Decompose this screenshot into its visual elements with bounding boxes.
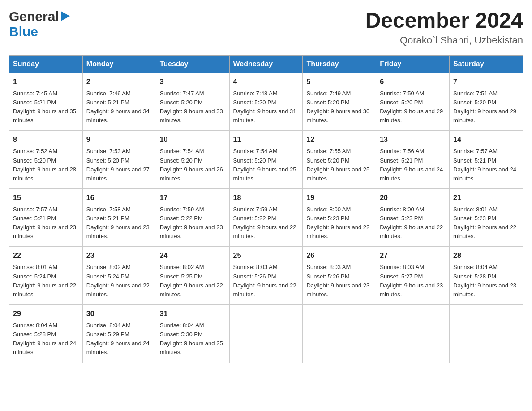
- calendar-cell: 30Sunrise: 8:04 AMSunset: 5:29 PMDayligh…: [82, 305, 156, 363]
- day-number: 22: [13, 250, 79, 261]
- calendar-cell: 11Sunrise: 7:54 AMSunset: 5:20 PMDayligh…: [229, 131, 303, 189]
- calendar-body: 1Sunrise: 7:45 AMSunset: 5:21 PMDaylight…: [9, 73, 523, 363]
- location-title: Qorako`l Shahri, Uzbekistan: [365, 34, 523, 46]
- page-header: General Blue December 2024 Qorako`l Shah…: [9, 9, 523, 46]
- calendar-header-row: Sunday Monday Tuesday Wednesday Thursday…: [9, 55, 523, 73]
- day-info: Sunrise: 7:48 AMSunset: 5:20 PMDaylight:…: [233, 89, 299, 125]
- day-info: Sunrise: 7:51 AMSunset: 5:20 PMDaylight:…: [453, 89, 519, 125]
- day-number: 1: [13, 77, 79, 87]
- calendar-cell: 19Sunrise: 8:00 AMSunset: 5:23 PMDayligh…: [303, 188, 376, 247]
- day-number: 13: [380, 134, 446, 145]
- calendar-table: Sunday Monday Tuesday Wednesday Thursday…: [9, 55, 523, 363]
- calendar-cell: [450, 305, 523, 363]
- day-number: 3: [160, 77, 226, 87]
- day-number: 14: [453, 134, 519, 145]
- day-info: Sunrise: 8:04 AMSunset: 5:28 PMDaylight:…: [453, 263, 519, 299]
- logo: General Blue: [9, 9, 70, 39]
- day-number: 21: [453, 193, 519, 203]
- calendar-cell: 21Sunrise: 8:01 AMSunset: 5:23 PMDayligh…: [450, 188, 523, 247]
- day-number: 9: [86, 134, 152, 145]
- calendar-cell: 9Sunrise: 7:53 AMSunset: 5:20 PMDaylight…: [82, 131, 156, 189]
- calendar-week-row: 15Sunrise: 7:57 AMSunset: 5:21 PMDayligh…: [9, 188, 523, 247]
- day-number: 5: [306, 77, 372, 87]
- day-info: Sunrise: 7:57 AMSunset: 5:21 PMDaylight:…: [13, 205, 79, 241]
- day-number: 11: [233, 134, 299, 145]
- day-number: 18: [233, 193, 299, 203]
- calendar-cell: 5Sunrise: 7:49 AMSunset: 5:20 PMDaylight…: [303, 73, 376, 131]
- day-info: Sunrise: 7:53 AMSunset: 5:20 PMDaylight:…: [86, 147, 152, 183]
- day-info: Sunrise: 7:50 AMSunset: 5:20 PMDaylight:…: [380, 89, 446, 125]
- title-section: December 2024 Qorako`l Shahri, Uzbekista…: [365, 9, 523, 46]
- day-number: 25: [233, 250, 299, 261]
- calendar-cell: 24Sunrise: 8:02 AMSunset: 5:25 PMDayligh…: [156, 247, 229, 305]
- calendar-cell: 15Sunrise: 7:57 AMSunset: 5:21 PMDayligh…: [9, 188, 83, 247]
- header-saturday: Saturday: [450, 55, 523, 73]
- calendar-cell: 29Sunrise: 8:04 AMSunset: 5:28 PMDayligh…: [9, 305, 83, 363]
- calendar-cell: 8Sunrise: 7:52 AMSunset: 5:20 PMDaylight…: [9, 131, 83, 189]
- calendar-week-row: 8Sunrise: 7:52 AMSunset: 5:20 PMDaylight…: [9, 131, 523, 189]
- calendar-cell: 1Sunrise: 7:45 AMSunset: 5:21 PMDaylight…: [9, 73, 83, 131]
- calendar-cell: 13Sunrise: 7:56 AMSunset: 5:21 PMDayligh…: [376, 131, 450, 189]
- day-info: Sunrise: 7:59 AMSunset: 5:22 PMDaylight:…: [233, 205, 299, 241]
- day-info: Sunrise: 8:02 AMSunset: 5:25 PMDaylight:…: [160, 263, 226, 299]
- day-info: Sunrise: 7:45 AMSunset: 5:21 PMDaylight:…: [13, 89, 79, 125]
- calendar-week-row: 22Sunrise: 8:01 AMSunset: 5:24 PMDayligh…: [9, 247, 523, 305]
- calendar-cell: 6Sunrise: 7:50 AMSunset: 5:20 PMDaylight…: [376, 73, 450, 131]
- day-info: Sunrise: 8:01 AMSunset: 5:23 PMDaylight:…: [453, 205, 519, 241]
- day-number: 10: [160, 134, 226, 145]
- day-number: 19: [306, 193, 372, 203]
- header-tuesday: Tuesday: [156, 55, 229, 73]
- calendar-cell: 4Sunrise: 7:48 AMSunset: 5:20 PMDaylight…: [229, 73, 303, 131]
- day-number: 4: [233, 77, 299, 87]
- day-number: 12: [306, 134, 372, 145]
- calendar-cell: 31Sunrise: 8:04 AMSunset: 5:30 PMDayligh…: [156, 305, 229, 363]
- header-sunday: Sunday: [9, 55, 83, 73]
- day-info: Sunrise: 8:04 AMSunset: 5:30 PMDaylight:…: [160, 321, 226, 357]
- calendar-week-row: 1Sunrise: 7:45 AMSunset: 5:21 PMDaylight…: [9, 73, 523, 131]
- day-info: Sunrise: 8:00 AMSunset: 5:23 PMDaylight:…: [380, 205, 446, 241]
- calendar-cell: 20Sunrise: 8:00 AMSunset: 5:23 PMDayligh…: [376, 188, 450, 247]
- day-info: Sunrise: 7:54 AMSunset: 5:20 PMDaylight:…: [233, 147, 299, 183]
- day-info: Sunrise: 8:03 AMSunset: 5:27 PMDaylight:…: [380, 263, 446, 299]
- header-wednesday: Wednesday: [229, 55, 303, 73]
- day-number: 26: [306, 250, 372, 261]
- header-thursday: Thursday: [303, 55, 376, 73]
- calendar-cell: 22Sunrise: 8:01 AMSunset: 5:24 PMDayligh…: [9, 247, 83, 305]
- day-number: 30: [86, 308, 152, 319]
- calendar-cell: 26Sunrise: 8:03 AMSunset: 5:26 PMDayligh…: [303, 247, 376, 305]
- day-number: 17: [160, 193, 226, 203]
- day-info: Sunrise: 8:04 AMSunset: 5:28 PMDaylight:…: [13, 321, 79, 357]
- day-info: Sunrise: 7:54 AMSunset: 5:20 PMDaylight:…: [160, 147, 226, 183]
- logo-blue-text: Blue: [9, 24, 38, 39]
- day-info: Sunrise: 7:52 AMSunset: 5:20 PMDaylight:…: [13, 147, 79, 183]
- calendar-cell: 12Sunrise: 7:55 AMSunset: 5:20 PMDayligh…: [303, 131, 376, 189]
- calendar-cell: 27Sunrise: 8:03 AMSunset: 5:27 PMDayligh…: [376, 247, 450, 305]
- day-number: 7: [453, 77, 519, 87]
- day-number: 2: [86, 77, 152, 87]
- day-info: Sunrise: 7:46 AMSunset: 5:21 PMDaylight:…: [86, 89, 152, 125]
- calendar-cell: 18Sunrise: 7:59 AMSunset: 5:22 PMDayligh…: [229, 188, 303, 247]
- day-info: Sunrise: 7:49 AMSunset: 5:20 PMDaylight:…: [306, 89, 372, 125]
- calendar-cell: [229, 305, 303, 363]
- day-info: Sunrise: 8:03 AMSunset: 5:26 PMDaylight:…: [233, 263, 299, 299]
- day-info: Sunrise: 8:01 AMSunset: 5:24 PMDaylight:…: [13, 263, 79, 299]
- calendar-cell: 2Sunrise: 7:46 AMSunset: 5:21 PMDaylight…: [82, 73, 156, 131]
- calendar-cell: 14Sunrise: 7:57 AMSunset: 5:21 PMDayligh…: [450, 131, 523, 189]
- day-number: 28: [453, 250, 519, 261]
- day-info: Sunrise: 7:56 AMSunset: 5:21 PMDaylight:…: [380, 147, 446, 183]
- logo-arrow-icon: [61, 11, 70, 23]
- day-number: 20: [380, 193, 446, 203]
- day-number: 29: [13, 308, 79, 319]
- calendar-cell: [303, 305, 376, 363]
- svg-marker-0: [61, 11, 70, 21]
- calendar-cell: 23Sunrise: 8:02 AMSunset: 5:24 PMDayligh…: [82, 247, 156, 305]
- day-number: 16: [86, 193, 152, 203]
- header-friday: Friday: [376, 55, 450, 73]
- day-number: 23: [86, 250, 152, 261]
- day-info: Sunrise: 7:55 AMSunset: 5:20 PMDaylight:…: [306, 147, 372, 183]
- day-number: 8: [13, 134, 79, 145]
- calendar-cell: 3Sunrise: 7:47 AMSunset: 5:20 PMDaylight…: [156, 73, 229, 131]
- logo-general-text: General: [9, 9, 59, 24]
- day-info: Sunrise: 8:03 AMSunset: 5:26 PMDaylight:…: [306, 263, 372, 299]
- calendar-cell: [376, 305, 450, 363]
